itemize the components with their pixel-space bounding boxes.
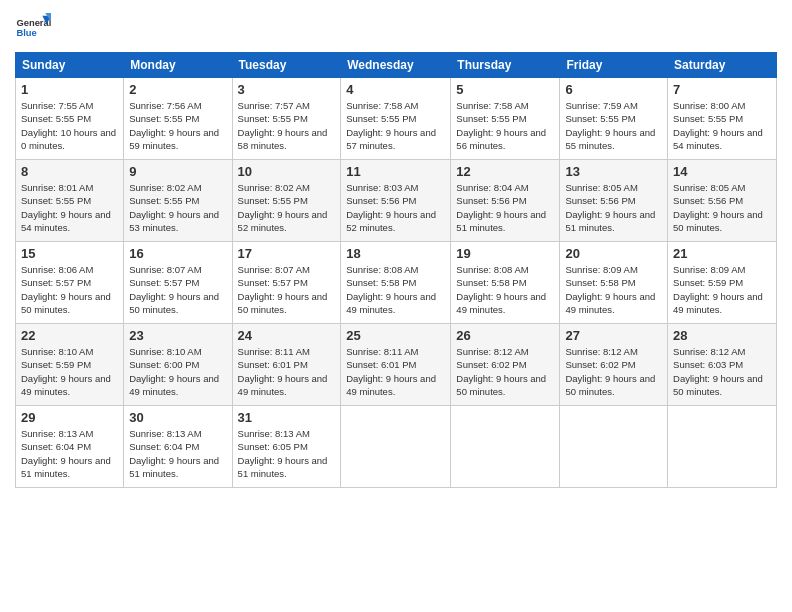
calendar-cell: 17Sunrise: 8:07 AMSunset: 5:57 PMDayligh… xyxy=(232,242,341,324)
day-info: Sunrise: 8:01 AMSunset: 5:55 PMDaylight:… xyxy=(21,181,118,234)
day-number: 1 xyxy=(21,82,118,97)
calendar-cell xyxy=(668,406,777,488)
calendar-cell: 9Sunrise: 8:02 AMSunset: 5:55 PMDaylight… xyxy=(124,160,232,242)
day-info: Sunrise: 8:07 AMSunset: 5:57 PMDaylight:… xyxy=(238,263,336,316)
day-info: Sunrise: 8:00 AMSunset: 5:55 PMDaylight:… xyxy=(673,99,771,152)
calendar-cell: 8Sunrise: 8:01 AMSunset: 5:55 PMDaylight… xyxy=(16,160,124,242)
day-info: Sunrise: 7:58 AMSunset: 5:55 PMDaylight:… xyxy=(456,99,554,152)
weekday-header-monday: Monday xyxy=(124,53,232,78)
calendar-cell: 12Sunrise: 8:04 AMSunset: 5:56 PMDayligh… xyxy=(451,160,560,242)
calendar-table: SundayMondayTuesdayWednesdayThursdayFrid… xyxy=(15,52,777,488)
day-info: Sunrise: 8:13 AMSunset: 6:04 PMDaylight:… xyxy=(129,427,226,480)
calendar-cell: 5Sunrise: 7:58 AMSunset: 5:55 PMDaylight… xyxy=(451,78,560,160)
header: General Blue xyxy=(15,10,777,46)
day-info: Sunrise: 8:12 AMSunset: 6:02 PMDaylight:… xyxy=(565,345,662,398)
day-number: 13 xyxy=(565,164,662,179)
calendar-body: 1Sunrise: 7:55 AMSunset: 5:55 PMDaylight… xyxy=(16,78,777,488)
day-info: Sunrise: 8:09 AMSunset: 5:58 PMDaylight:… xyxy=(565,263,662,316)
day-info: Sunrise: 8:10 AMSunset: 6:00 PMDaylight:… xyxy=(129,345,226,398)
calendar-cell: 18Sunrise: 8:08 AMSunset: 5:58 PMDayligh… xyxy=(341,242,451,324)
calendar-cell: 11Sunrise: 8:03 AMSunset: 5:56 PMDayligh… xyxy=(341,160,451,242)
calendar-cell: 28Sunrise: 8:12 AMSunset: 6:03 PMDayligh… xyxy=(668,324,777,406)
calendar-cell xyxy=(560,406,668,488)
calendar-cell: 15Sunrise: 8:06 AMSunset: 5:57 PMDayligh… xyxy=(16,242,124,324)
day-number: 24 xyxy=(238,328,336,343)
calendar-cell: 10Sunrise: 8:02 AMSunset: 5:55 PMDayligh… xyxy=(232,160,341,242)
day-info: Sunrise: 8:06 AMSunset: 5:57 PMDaylight:… xyxy=(21,263,118,316)
day-number: 31 xyxy=(238,410,336,425)
logo: General Blue xyxy=(15,10,51,46)
day-number: 30 xyxy=(129,410,226,425)
calendar-week-1: 1Sunrise: 7:55 AMSunset: 5:55 PMDaylight… xyxy=(16,78,777,160)
calendar-cell: 19Sunrise: 8:08 AMSunset: 5:58 PMDayligh… xyxy=(451,242,560,324)
day-number: 22 xyxy=(21,328,118,343)
day-info: Sunrise: 8:10 AMSunset: 5:59 PMDaylight:… xyxy=(21,345,118,398)
calendar-cell: 2Sunrise: 7:56 AMSunset: 5:55 PMDaylight… xyxy=(124,78,232,160)
day-info: Sunrise: 8:11 AMSunset: 6:01 PMDaylight:… xyxy=(346,345,445,398)
day-number: 10 xyxy=(238,164,336,179)
day-info: Sunrise: 8:09 AMSunset: 5:59 PMDaylight:… xyxy=(673,263,771,316)
day-number: 11 xyxy=(346,164,445,179)
day-number: 23 xyxy=(129,328,226,343)
day-number: 2 xyxy=(129,82,226,97)
day-number: 17 xyxy=(238,246,336,261)
day-number: 27 xyxy=(565,328,662,343)
day-number: 14 xyxy=(673,164,771,179)
calendar-cell: 14Sunrise: 8:05 AMSunset: 5:56 PMDayligh… xyxy=(668,160,777,242)
weekday-header-friday: Friday xyxy=(560,53,668,78)
calendar-cell: 27Sunrise: 8:12 AMSunset: 6:02 PMDayligh… xyxy=(560,324,668,406)
calendar-cell: 31Sunrise: 8:13 AMSunset: 6:05 PMDayligh… xyxy=(232,406,341,488)
calendar-cell: 20Sunrise: 8:09 AMSunset: 5:58 PMDayligh… xyxy=(560,242,668,324)
day-number: 29 xyxy=(21,410,118,425)
day-number: 26 xyxy=(456,328,554,343)
day-info: Sunrise: 7:57 AMSunset: 5:55 PMDaylight:… xyxy=(238,99,336,152)
calendar-cell: 13Sunrise: 8:05 AMSunset: 5:56 PMDayligh… xyxy=(560,160,668,242)
calendar-cell: 21Sunrise: 8:09 AMSunset: 5:59 PMDayligh… xyxy=(668,242,777,324)
day-info: Sunrise: 8:13 AMSunset: 6:05 PMDaylight:… xyxy=(238,427,336,480)
day-number: 8 xyxy=(21,164,118,179)
weekday-header-row: SundayMondayTuesdayWednesdayThursdayFrid… xyxy=(16,53,777,78)
calendar-cell: 4Sunrise: 7:58 AMSunset: 5:55 PMDaylight… xyxy=(341,78,451,160)
day-number: 9 xyxy=(129,164,226,179)
day-info: Sunrise: 8:11 AMSunset: 6:01 PMDaylight:… xyxy=(238,345,336,398)
day-info: Sunrise: 8:08 AMSunset: 5:58 PMDaylight:… xyxy=(456,263,554,316)
calendar-week-2: 8Sunrise: 8:01 AMSunset: 5:55 PMDaylight… xyxy=(16,160,777,242)
day-number: 3 xyxy=(238,82,336,97)
day-number: 4 xyxy=(346,82,445,97)
day-number: 15 xyxy=(21,246,118,261)
day-info: Sunrise: 8:13 AMSunset: 6:04 PMDaylight:… xyxy=(21,427,118,480)
day-info: Sunrise: 8:12 AMSunset: 6:03 PMDaylight:… xyxy=(673,345,771,398)
day-info: Sunrise: 8:08 AMSunset: 5:58 PMDaylight:… xyxy=(346,263,445,316)
calendar-cell: 25Sunrise: 8:11 AMSunset: 6:01 PMDayligh… xyxy=(341,324,451,406)
day-info: Sunrise: 8:04 AMSunset: 5:56 PMDaylight:… xyxy=(456,181,554,234)
weekday-header-sunday: Sunday xyxy=(16,53,124,78)
calendar-cell: 1Sunrise: 7:55 AMSunset: 5:55 PMDaylight… xyxy=(16,78,124,160)
day-info: Sunrise: 8:05 AMSunset: 5:56 PMDaylight:… xyxy=(565,181,662,234)
day-info: Sunrise: 8:12 AMSunset: 6:02 PMDaylight:… xyxy=(456,345,554,398)
calendar-week-5: 29Sunrise: 8:13 AMSunset: 6:04 PMDayligh… xyxy=(16,406,777,488)
calendar-cell: 29Sunrise: 8:13 AMSunset: 6:04 PMDayligh… xyxy=(16,406,124,488)
day-info: Sunrise: 7:58 AMSunset: 5:55 PMDaylight:… xyxy=(346,99,445,152)
day-number: 5 xyxy=(456,82,554,97)
svg-text:Blue: Blue xyxy=(16,28,36,38)
calendar-cell: 26Sunrise: 8:12 AMSunset: 6:02 PMDayligh… xyxy=(451,324,560,406)
calendar-cell xyxy=(451,406,560,488)
day-info: Sunrise: 8:02 AMSunset: 5:55 PMDaylight:… xyxy=(238,181,336,234)
day-info: Sunrise: 7:59 AMSunset: 5:55 PMDaylight:… xyxy=(565,99,662,152)
calendar-cell: 30Sunrise: 8:13 AMSunset: 6:04 PMDayligh… xyxy=(124,406,232,488)
weekday-header-saturday: Saturday xyxy=(668,53,777,78)
day-info: Sunrise: 8:02 AMSunset: 5:55 PMDaylight:… xyxy=(129,181,226,234)
day-number: 20 xyxy=(565,246,662,261)
day-number: 19 xyxy=(456,246,554,261)
day-info: Sunrise: 7:55 AMSunset: 5:55 PMDaylight:… xyxy=(21,99,118,152)
weekday-header-thursday: Thursday xyxy=(451,53,560,78)
day-info: Sunrise: 8:07 AMSunset: 5:57 PMDaylight:… xyxy=(129,263,226,316)
day-info: Sunrise: 8:05 AMSunset: 5:56 PMDaylight:… xyxy=(673,181,771,234)
weekday-header-wednesday: Wednesday xyxy=(341,53,451,78)
day-number: 18 xyxy=(346,246,445,261)
day-number: 6 xyxy=(565,82,662,97)
logo-icon: General Blue xyxy=(15,10,51,46)
day-number: 21 xyxy=(673,246,771,261)
day-number: 12 xyxy=(456,164,554,179)
day-number: 7 xyxy=(673,82,771,97)
